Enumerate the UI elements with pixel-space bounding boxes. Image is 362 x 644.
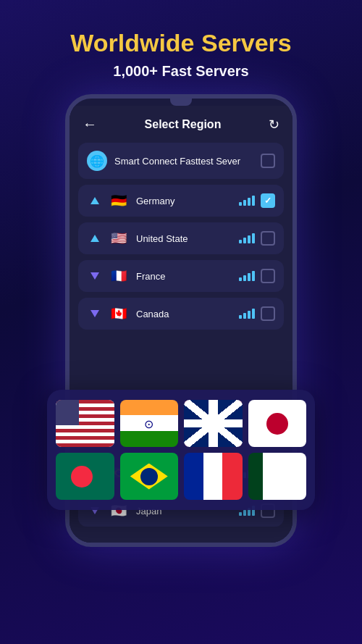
bar1 xyxy=(239,512,242,516)
expand-germany xyxy=(87,193,103,209)
flag-cell-india[interactable] xyxy=(120,400,179,447)
bar2 xyxy=(243,313,246,319)
server-name-us: United State xyxy=(136,233,239,244)
globe-icon: 🌐 xyxy=(87,151,107,171)
signal-germany xyxy=(239,196,255,206)
server-list: 🌐 Smart Connect Fasttest Sever 🇩🇪 German… xyxy=(70,140,292,338)
bar1 xyxy=(239,315,242,319)
flag-cell-bangladesh[interactable] xyxy=(56,453,114,500)
server-item-france[interactable]: 🇫🇷 France xyxy=(78,260,284,292)
bar1 xyxy=(239,277,242,281)
main-title: Worldwide Servers xyxy=(14,29,348,57)
triangle-down-icon xyxy=(90,310,99,317)
flag-us-item: 🇺🇸 xyxy=(109,231,129,246)
bar2 xyxy=(243,510,246,516)
bar4 xyxy=(252,309,255,319)
main-subtitle: 1,000+ Fast Servers xyxy=(14,63,348,80)
triangle-down-icon xyxy=(90,272,99,280)
expand-france xyxy=(87,268,103,284)
flag-cell-france[interactable] xyxy=(184,453,243,500)
server-name-canada: Canada xyxy=(136,309,239,319)
signal-canada xyxy=(239,309,255,319)
bar2 xyxy=(243,200,246,206)
checkbox-canada[interactable] xyxy=(261,306,275,321)
bar4 xyxy=(252,196,255,206)
back-button[interactable]: ← xyxy=(83,116,97,133)
signal-france xyxy=(239,271,255,281)
bar1 xyxy=(239,240,242,243)
bar1 xyxy=(239,202,242,206)
flag-grid xyxy=(56,400,306,500)
bar4 xyxy=(252,233,255,243)
phone-notch xyxy=(170,99,192,106)
server-name-france: France xyxy=(136,271,239,282)
server-name-smart: Smart Connect Fasttest Sever xyxy=(114,156,261,167)
flag-cell-japan[interactable] xyxy=(248,400,307,447)
flag-grid-overlay xyxy=(47,390,315,510)
expand-us xyxy=(87,230,103,246)
server-item-smart[interactable]: 🌐 Smart Connect Fasttest Sever xyxy=(78,143,284,179)
navbar-title: Select Region xyxy=(145,118,222,131)
triangle-up-icon xyxy=(90,197,99,204)
bar3 xyxy=(248,235,251,243)
flag-cell-brazil[interactable] xyxy=(120,453,179,500)
bar3 xyxy=(248,273,251,281)
checkbox-germany[interactable]: ✓ xyxy=(261,193,275,208)
bar3 xyxy=(248,198,251,206)
server-item-germany[interactable]: 🇩🇪 Germany ✓ xyxy=(78,185,284,217)
phone-navbar: ← Select Region ↻ xyxy=(70,106,292,140)
checkbox-france[interactable] xyxy=(261,269,275,283)
flag-cell-uk[interactable] xyxy=(184,400,243,447)
bar2 xyxy=(243,275,246,281)
server-item-canada[interactable]: 🇨🇦 Canada xyxy=(78,298,284,330)
header-section: Worldwide Servers 1,000+ Fast Servers xyxy=(0,0,362,94)
flag-cell-us[interactable] xyxy=(56,400,114,447)
bar3 xyxy=(248,311,251,319)
server-item-us[interactable]: 🇺🇸 United State xyxy=(78,222,284,254)
triangle-up-icon xyxy=(90,235,99,242)
expand-canada xyxy=(87,306,103,322)
brazil-circle xyxy=(140,468,158,485)
bar4 xyxy=(252,271,255,281)
refresh-button[interactable]: ↻ xyxy=(269,117,279,133)
flag-canada-item: 🇨🇦 xyxy=(109,306,129,321)
server-name-germany: Germany xyxy=(136,196,239,206)
check-icon: ✓ xyxy=(264,196,272,206)
flag-germany: 🇩🇪 xyxy=(109,193,129,208)
flag-cell-pakistan[interactable] xyxy=(248,453,307,500)
signal-us xyxy=(239,233,255,243)
flag-france-item: 🇫🇷 xyxy=(109,269,129,283)
checkbox-smart[interactable] xyxy=(261,154,275,168)
bar2 xyxy=(243,238,246,243)
checkbox-us[interactable] xyxy=(261,231,275,246)
